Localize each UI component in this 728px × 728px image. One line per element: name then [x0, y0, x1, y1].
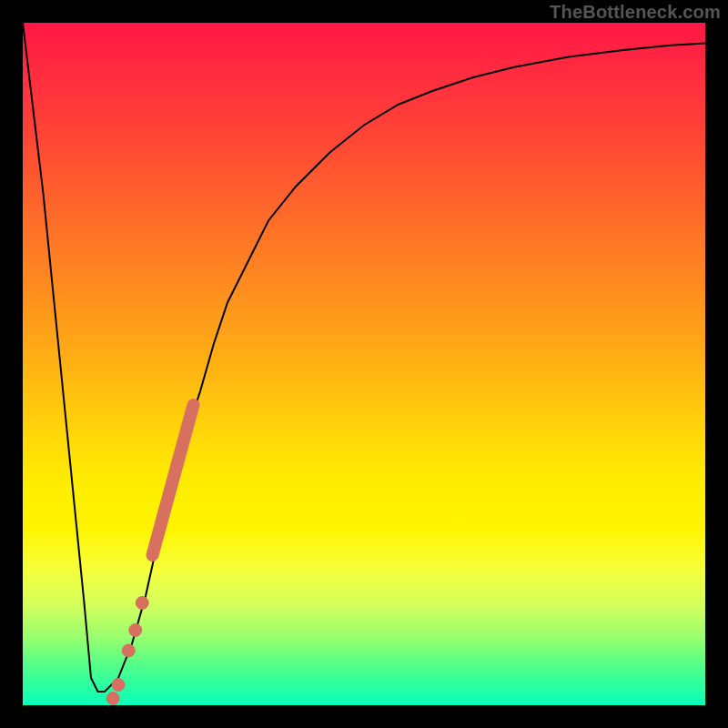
plot-area: [23, 23, 705, 705]
marker-dot: [129, 624, 142, 637]
marker-dots: [106, 597, 148, 705]
marker-dot: [106, 693, 119, 705]
marker-dot: [136, 597, 148, 610]
watermark-text: TheBottleneck.com: [550, 2, 721, 23]
marker-dot: [112, 679, 125, 692]
chart-overlay: [23, 23, 705, 705]
marker-dot: [122, 644, 135, 657]
chart-frame: TheBottleneck.com: [0, 0, 728, 728]
highlight-segment: [153, 405, 194, 555]
bottleneck-curve: [23, 23, 705, 692]
